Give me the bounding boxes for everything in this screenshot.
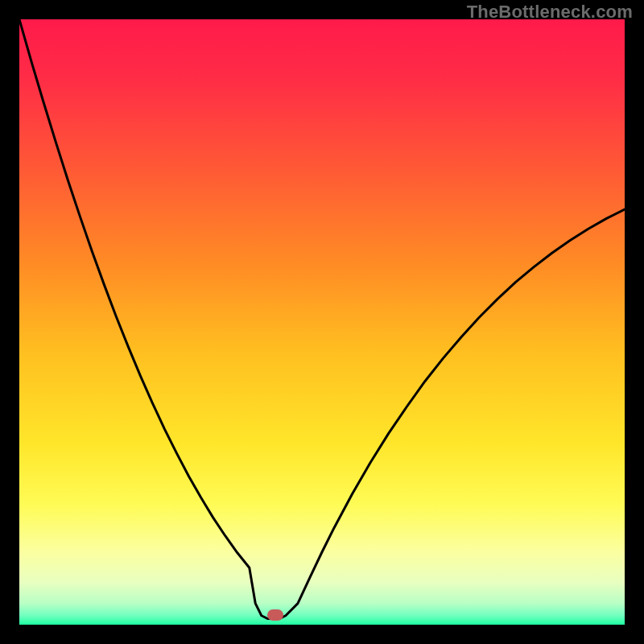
plot-area [19,19,625,625]
chart-frame: TheBottleneck.com [0,0,644,644]
optimum-marker [267,609,283,621]
bottleneck-curve [19,19,625,625]
